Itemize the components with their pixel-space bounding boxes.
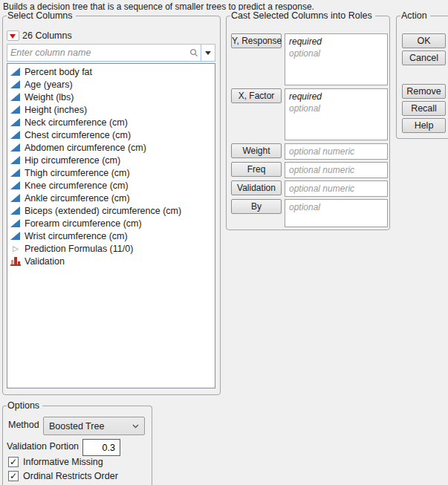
red-triangle-icon[interactable] [7, 30, 19, 41]
column-label: Chest circumference (cm) [25, 130, 131, 140]
column-list-item[interactable]: ▷ Prediction Formulas (11/0) [7, 242, 215, 255]
column-search-box [7, 44, 215, 62]
checkmark-icon: ✓ [8, 457, 19, 467]
method-label: Method [8, 420, 39, 430]
column-list-item[interactable]: Age (years) [7, 78, 215, 91]
informative-missing-checkbox[interactable]: ✓ Informative Missing [8, 457, 103, 467]
column-list-item[interactable]: Neck circumference (cm) [7, 116, 215, 128]
select-columns-title: Select Columns [7, 10, 76, 21]
zone-optional-text: optional [289, 201, 383, 213]
options-panel: Options Method Boosted Tree Validation P… [2, 406, 152, 485]
column-list-item[interactable]: Ankle circumference (cm) [7, 192, 215, 204]
column-search-input[interactable] [7, 45, 187, 61]
column-label: Neck circumference (cm) [25, 117, 128, 128]
column-list-item[interactable]: Biceps (extended) circumference (cm) [7, 204, 215, 217]
continuous-icon [10, 105, 21, 114]
by-button[interactable]: By [231, 199, 282, 214]
continuous-icon [10, 218, 21, 228]
column-label: Wrist circumference (cm) [25, 231, 128, 241]
column-list-item[interactable]: Wrist circumference (cm) [7, 230, 215, 242]
y-response-button[interactable]: Y, Response [231, 33, 282, 48]
column-label: Knee circumference (cm) [25, 180, 129, 191]
column-label: Hip circumference (cm) [25, 155, 120, 166]
column-label: Abdomen circumference (cm) [25, 143, 146, 153]
column-list-item[interactable]: Validation [7, 255, 215, 267]
validation-portion-label: Validation Portion [7, 441, 79, 452]
column-label: Weight (lbs) [25, 92, 74, 102]
validation-portion-input[interactable] [82, 439, 120, 456]
recall-button[interactable]: Recall [402, 101, 446, 116]
ordinal-restricts-order-checkbox[interactable]: ✓ Ordinal Restricts Order [8, 471, 118, 481]
column-list-item[interactable]: Chest circumference (cm) [7, 128, 215, 141]
column-list-item[interactable]: Thigh circumference (cm) [7, 166, 215, 179]
zone-optional-text: optional numeric [289, 164, 383, 176]
x-factor-dropzone[interactable]: required optional [285, 88, 388, 140]
partition-launch-dialog: { "description": "Builds a decision tree… [0, 0, 448, 485]
freq-dropzone[interactable]: optional numeric [285, 162, 388, 178]
cast-roles-title: Cast Selected Columns into Roles [230, 10, 375, 21]
chevron-down-icon [132, 422, 139, 430]
zone-required-text: required [289, 91, 383, 102]
column-label: Percent body fat [25, 67, 92, 77]
column-label: Biceps (extended) circumference (cm) [25, 206, 181, 216]
column-label: Thigh circumference (cm) [25, 168, 130, 178]
select-columns-panel: Select Columns 26 Columns Percent body f… [2, 16, 221, 395]
column-list[interactable]: Percent body fat Age (years) Weight (lbs… [7, 63, 215, 388]
validation-button[interactable]: Validation [231, 180, 282, 195]
ordinal-restricts-order-label: Ordinal Restricts Order [23, 471, 118, 481]
column-label: Prediction Formulas (11/0) [25, 244, 133, 254]
columns-count-label: 26 Columns [22, 30, 72, 41]
continuous-icon [10, 143, 21, 152]
continuous-icon [10, 79, 21, 89]
column-label: Ankle circumference (cm) [25, 193, 130, 204]
continuous-icon [10, 168, 21, 178]
continuous-icon [10, 117, 21, 127]
freq-button[interactable]: Freq [231, 162, 282, 177]
column-list-item[interactable]: Percent body fat [7, 65, 215, 78]
ok-button[interactable]: OK [402, 33, 446, 48]
continuous-icon [10, 180, 21, 190]
zone-optional-text: optional numeric [289, 183, 383, 195]
column-list-item[interactable]: Hip circumference (cm) [7, 154, 215, 166]
zone-required-text: required [289, 36, 383, 48]
column-list-item[interactable]: Knee circumference (cm) [7, 179, 215, 192]
column-list-item[interactable]: Abdomen circumference (cm) [7, 141, 215, 154]
validation-dropzone[interactable]: optional numeric [285, 180, 388, 197]
x-factor-button[interactable]: X, Factor [231, 88, 282, 103]
zone-optional-text: optional [289, 48, 383, 59]
checkmark-icon: ✓ [8, 471, 19, 481]
by-dropzone[interactable]: optional [285, 199, 388, 227]
column-label: Age (years) [25, 79, 73, 90]
method-value: Boosted Tree [49, 421, 104, 432]
continuous-icon [10, 92, 21, 102]
informative-missing-label: Informative Missing [23, 457, 103, 467]
cast-roles-panel: Cast Selected Columns into Roles Y, Resp… [226, 16, 390, 230]
column-label: Forearm circumference (cm) [25, 218, 142, 229]
y-response-dropzone[interactable]: required optional [285, 33, 388, 85]
column-list-item[interactable]: Forearm circumference (cm) [7, 217, 215, 230]
action-panel: Action OK Cancel Remove Recall Help [396, 16, 448, 139]
search-filter-dropdown[interactable] [201, 45, 215, 61]
continuous-icon [10, 193, 21, 203]
weight-dropzone[interactable]: optional numeric [285, 143, 388, 160]
continuous-icon [10, 67, 21, 77]
continuous-icon [10, 206, 21, 215]
column-label: Validation [25, 256, 65, 267]
expand-icon: ▷ [10, 244, 21, 253]
continuous-icon [10, 130, 21, 140]
nominal-icon [10, 256, 21, 266]
weight-button[interactable]: Weight [231, 143, 282, 158]
continuous-icon [10, 231, 21, 241]
options-title: Options [7, 400, 42, 411]
cancel-button[interactable]: Cancel [402, 51, 446, 65]
method-select[interactable]: Boosted Tree [43, 417, 145, 435]
column-list-item[interactable]: Height (inches) [7, 103, 215, 116]
continuous-icon [10, 155, 21, 165]
remove-button[interactable]: Remove [402, 84, 446, 99]
action-title: Action [400, 10, 430, 21]
search-icon [187, 45, 201, 61]
zone-optional-text: optional numeric [289, 146, 383, 157]
column-label: Height (inches) [25, 105, 87, 115]
column-list-item[interactable]: Weight (lbs) [7, 91, 215, 103]
help-button[interactable]: Help [402, 118, 446, 133]
